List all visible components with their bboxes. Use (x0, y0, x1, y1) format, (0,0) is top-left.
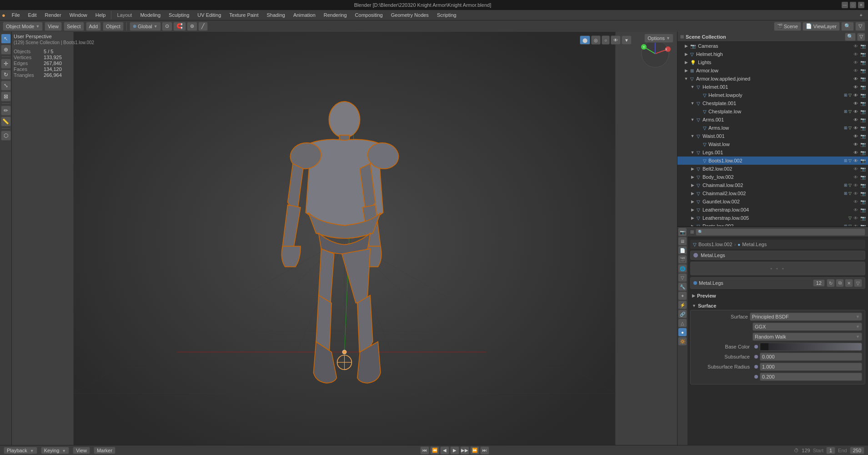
pivot-btn[interactable]: ⊙ (162, 22, 172, 31)
subsurface-link-dot[interactable] (754, 355, 758, 359)
outliner-item-body-low-002[interactable]: ▶ ▽ Body_low.002 👁 📷 (677, 173, 868, 181)
skip-to-start-btn[interactable]: ⏮ (420, 446, 429, 455)
tab-object[interactable]: ▽ (678, 273, 687, 282)
object-menu[interactable]: Object (103, 22, 124, 31)
vis-render[interactable]: 📷 (860, 199, 866, 204)
vis-render[interactable]: 📷 (860, 76, 866, 81)
tab-modifier[interactable]: 🔧 (678, 283, 687, 291)
tool-annotate[interactable]: ✏ (1, 106, 11, 116)
playback-btn[interactable]: Playback ▼ (4, 447, 37, 454)
outliner-item-armor-low[interactable]: ▶ ⊞ Armor.low 👁 📷 (677, 66, 868, 75)
shader-settings-btn[interactable]: ▽ (854, 279, 862, 287)
tool-rotate[interactable]: ↻ (1, 70, 11, 80)
vis-eye[interactable]: 👁 (853, 191, 859, 196)
vis-render[interactable]: 📷 (860, 109, 866, 114)
shading-dropdown[interactable]: ▼ (622, 35, 632, 45)
render-mode-solid[interactable]: ⬤ (580, 35, 590, 45)
outliner-item-chainmail-low-002[interactable]: ▶ ▽ Chainmail.low.002 ⊞ ▽ 👁 📷 (677, 181, 868, 189)
outliner-item-armor-applied[interactable]: ▼ ▽ Armor.low.applied.joined 👁 📷 (677, 75, 868, 83)
vis-eye[interactable]: 👁 (853, 101, 859, 106)
outliner-item-chestplate-low[interactable]: ▽ Chestplate.low ⊞ ▽ 👁 📷 (677, 107, 868, 116)
vis-eye[interactable]: 👁 (853, 93, 859, 98)
vis-render[interactable]: 📷 (860, 60, 866, 65)
shader-reload-btn[interactable]: ↻ (827, 279, 835, 287)
menu-render[interactable]: Render (41, 11, 65, 19)
tab-render[interactable]: 📷 (678, 228, 687, 236)
shader-num[interactable]: 12 (813, 279, 825, 287)
vis-render[interactable]: 📷 (860, 126, 866, 131)
vis-render[interactable]: 📷 (860, 207, 866, 212)
view-btn[interactable]: View (73, 447, 90, 454)
view-menu[interactable]: View (45, 22, 62, 31)
tool-scale[interactable]: ⤡ (1, 81, 11, 91)
vis-render[interactable]: 📷 (860, 117, 866, 122)
maximize-btn[interactable]: □ (850, 2, 856, 8)
skip-to-end-btn[interactable]: ⏭ (480, 446, 489, 455)
search-btn[interactable]: 🔍 (841, 22, 854, 31)
subsurface-field[interactable]: 0.000 (760, 353, 862, 361)
outliner-filter[interactable]: ▽ (857, 33, 865, 41)
outliner-item-leatherstrap-005[interactable]: ▶ ▽ Leatherstrap.low.005 ▽ 👁 📷 (677, 214, 868, 222)
tab-view-layer[interactable]: 📄 (678, 246, 687, 254)
tool-measure[interactable]: 📏 (1, 116, 11, 126)
vis-eye[interactable]: 👁 (853, 150, 859, 155)
vis-eye[interactable]: 👁 (853, 167, 859, 172)
tool-move[interactable]: ✛ (1, 59, 11, 69)
vis-eye[interactable]: 👁 (853, 126, 859, 131)
outliner-item-helmet-001[interactable]: ▼ ▽ Helmet.001 👁 📷 (677, 83, 868, 91)
outliner-item-cameras[interactable]: ▶ 📷 Cameras 👁 📷 (677, 42, 868, 50)
base-color-link-dot[interactable] (754, 345, 758, 349)
vis-eye[interactable]: 👁 (853, 158, 859, 163)
vis-render[interactable]: 📷 (860, 191, 866, 196)
menu-help[interactable]: Help (92, 11, 110, 19)
render-mode-material[interactable]: ◎ (591, 35, 601, 45)
tab-data[interactable]: △ (678, 319, 687, 327)
surface-header[interactable]: ▼ Surface (690, 302, 865, 310)
outliner-item-helmet-high[interactable]: ▶ ▽ Helmet.high 👁 📷 (677, 50, 868, 58)
scene-selector[interactable]: 🎬 Scene (774, 22, 801, 31)
outliner-item-pants-low-002[interactable]: ▶ ▽ Pants.low.002 ⊞ ▽ 👁 📷 (677, 222, 868, 227)
outliner-item-helmet-lowpoly[interactable]: ▽ Helmet.lowpoly ⊞ ▽ 👁 📷 (677, 91, 868, 99)
jump-back-btn[interactable]: ⏪ (430, 446, 439, 455)
outliner-item-waist-low[interactable]: ▽ Waist.low 👁 📷 (677, 140, 868, 148)
surface-dropdown[interactable]: Principled BSDF ▼ (750, 313, 862, 321)
vis-eye[interactable]: 👁 (853, 175, 859, 180)
render-mode-rendered[interactable]: ○ (602, 35, 610, 45)
play-btn[interactable]: ▶ (450, 446, 459, 455)
win-controls[interactable]: — □ ✕ (842, 2, 864, 8)
menu-file[interactable]: File (8, 11, 24, 19)
add-menu[interactable]: Add (86, 22, 101, 31)
tab-constraints[interactable]: 🔗 (678, 310, 687, 318)
overlay-btn[interactable]: 👁 (611, 35, 621, 45)
workspace-add[interactable]: + (856, 11, 866, 19)
outliner-item-belt2-low-002[interactable]: ▶ ▽ Belt2.low.002 👁 📷 (677, 165, 868, 173)
outliner-item-waist-001[interactable]: ▼ ▽ Waist.001 👁 📷 (677, 132, 868, 140)
step-back-btn[interactable]: ◀ (440, 446, 449, 455)
end-frame-field[interactable]: 250 (850, 447, 864, 454)
vis-eye[interactable]: 👁 (853, 207, 859, 212)
view-layer-selector[interactable]: 📄 ViewLayer (803, 22, 840, 31)
tool-add[interactable]: ⬡ (1, 131, 11, 141)
vis-render[interactable]: 📷 (860, 52, 866, 57)
mode-selector[interactable]: Object Mode ▼ (3, 22, 43, 31)
subsurface-method-dropdown[interactable]: Random Walk ▼ (753, 333, 862, 341)
base-color-field[interactable] (760, 343, 862, 351)
vis-render[interactable]: 📷 (860, 101, 866, 106)
viewport-3d[interactable]: User Perspective (129) Scene Collection … (12, 32, 677, 445)
outliner-item-arms-low[interactable]: ▽ Arms.low ⊞ ▽ 👁 📷 (677, 124, 868, 132)
ws-uv-editing[interactable]: UV Editing (194, 11, 225, 19)
options-btn[interactable]: Options ▼ (644, 34, 673, 43)
vis-render[interactable]: 📷 (860, 216, 866, 221)
ws-sculpting[interactable]: Sculpting (165, 11, 193, 19)
ws-animation[interactable]: Animation (290, 11, 319, 19)
tool-cursor[interactable]: ⊕ (1, 45, 11, 55)
sub-scale-link-dot[interactable] (754, 375, 758, 379)
vis-eye[interactable]: 👁 (853, 199, 859, 204)
vis-eye[interactable]: 👁 (853, 60, 859, 65)
menu-window[interactable]: Window (66, 11, 91, 19)
material-slot[interactable]: Metal.Legs (690, 251, 865, 260)
shader-close-btn[interactable]: ✕ (845, 279, 853, 287)
shader-copy-btn[interactable]: ⧉ (836, 279, 844, 287)
tab-material[interactable]: ● (678, 328, 687, 336)
proportional-btn[interactable]: ⊚ (187, 22, 197, 31)
